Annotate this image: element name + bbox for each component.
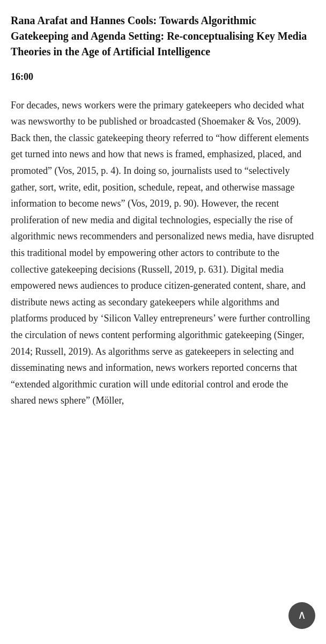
article-paragraph: For decades, news workers were the prima… [11, 97, 315, 409]
article-time: 16:00 [11, 69, 315, 85]
article-title: Rana Arafat and Hannes Cools: Towards Al… [11, 13, 315, 60]
article-body: For decades, news workers were the prima… [11, 97, 315, 409]
chevron-up-icon: ∧ [298, 609, 306, 621]
scroll-to-top-button[interactable]: ∧ [288, 602, 315, 629]
